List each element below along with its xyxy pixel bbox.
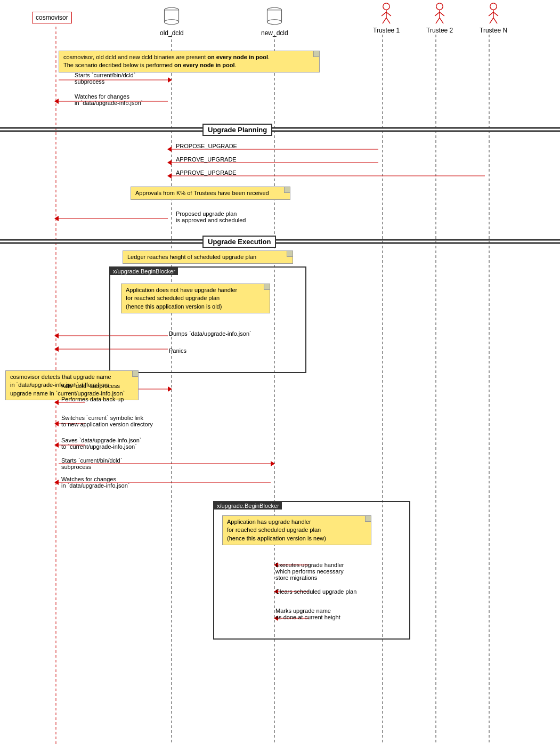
svg-line-16: [436, 18, 440, 23]
svg-line-15: [440, 12, 444, 16]
svg-line-21: [493, 12, 498, 16]
label-performes: Performes data back-up: [61, 396, 124, 402]
svg-point-2: [165, 20, 179, 25]
svg-marker-47: [54, 333, 59, 338]
svg-marker-59: [271, 461, 275, 466]
svg-line-22: [490, 18, 493, 23]
label-kills: Kills `dcld` subprocess: [61, 383, 120, 389]
svg-marker-43: [167, 173, 172, 179]
svg-point-5: [267, 20, 282, 25]
svg-line-8: [382, 12, 386, 16]
label-panics: Panics: [169, 347, 186, 354]
label-starts-subprocess2: Starts `current/bin/dcld` subprocess: [61, 457, 122, 470]
note-ledger-height: Ledger reaches height of scheduled upgra…: [123, 250, 293, 264]
section-upgrade-execution: Upgrade Execution: [202, 236, 276, 248]
frame-beginblocker2-label: x/upgrade.BeginBlocker: [214, 502, 282, 510]
actor-old-dcld-label: old_dcld: [160, 29, 184, 37]
svg-line-23: [493, 18, 497, 23]
svg-marker-37: [54, 99, 59, 104]
svg-point-6: [383, 3, 389, 10]
label-approve-upgrade1: APPROVE_UPGRADE: [176, 156, 237, 163]
label-watches2: Watches for changes in `data/upgrade-inf…: [61, 476, 129, 489]
svg-marker-51: [168, 386, 172, 392]
actor-trustee1-icon: Trustee 1: [373, 3, 400, 34]
svg-line-20: [489, 12, 493, 16]
svg-line-17: [440, 18, 443, 23]
svg-line-11: [386, 18, 390, 23]
svg-line-14: [435, 12, 440, 16]
label-starts-subprocess1: Starts `current/bin/dcld` subprocess: [75, 72, 135, 85]
svg-marker-49: [54, 346, 59, 352]
svg-marker-39: [167, 147, 172, 152]
note-approvals: Approvals from K% of Trustees have been …: [131, 187, 290, 200]
svg-marker-45: [54, 216, 59, 221]
note-has-handler: Application has upgrade handler for reac…: [222, 515, 371, 545]
section-upgrade-planning: Upgrade Planning: [202, 124, 272, 136]
note-no-handler: Application does not have upgrade handle…: [121, 284, 270, 313]
svg-line-9: [386, 12, 391, 16]
actor-trustee1-label: Trustee 1: [373, 27, 400, 34]
label-clears: Clears scheduled upgrade plan: [275, 588, 356, 595]
label-proposed-approved: Proposed upgrade plan is approved and sc…: [176, 211, 246, 223]
actor-trusteeN-label: Trustee N: [480, 27, 507, 34]
svg-marker-41: [167, 160, 172, 165]
actor-trustee2-label: Trustee 2: [426, 27, 453, 34]
diagram: cosmovisor old_dcld new_dcld Trustee 1: [0, 0, 560, 744]
actor-new-dcld-icon: new_dcld: [261, 5, 288, 37]
svg-point-18: [490, 3, 497, 10]
frame-beginblocker1-label: x/upgrade.BeginBlocker: [110, 268, 178, 275]
label-dumps: Dumps `data/upgrade-info.json`: [169, 330, 251, 337]
svg-marker-57: [54, 442, 59, 448]
actor-cosmovisor: cosmovisor: [32, 12, 72, 23]
actor-cosmovisor-label: cosmovisor: [36, 14, 68, 21]
actor-old-dcld-icon: old_dcld: [160, 5, 184, 37]
label-executes: Executes upgrade handler which performs …: [275, 562, 344, 581]
label-saves: Saves `data/upgrade-info.json` to `curre…: [61, 437, 141, 450]
actor-new-dcld-label: new_dcld: [261, 29, 288, 37]
svg-marker-55: [54, 421, 59, 426]
label-switches: Switches `current` symbolic link to new …: [61, 415, 153, 427]
svg-point-12: [436, 3, 443, 10]
label-watches1: Watches for changes in `data/upgrade-inf…: [75, 93, 143, 106]
note-intro: cosmovisor, old dcld and new dcld binari…: [59, 51, 320, 72]
label-propose-upgrade: PROPOSE_UPGRADE: [176, 143, 237, 149]
actor-trusteeN-icon: Trustee N: [480, 3, 507, 34]
label-approve-upgrade2: APPROVE_UPGRADE: [176, 169, 237, 176]
actor-trustee2-icon: Trustee 2: [426, 3, 453, 34]
frame-beginblocker2: x/upgrade.BeginBlocker Application has u…: [213, 501, 410, 640]
svg-line-10: [383, 18, 386, 23]
label-marks: Marks upgrade name as done at current he…: [275, 608, 340, 620]
svg-marker-53: [54, 400, 59, 405]
frame-beginblocker1: x/upgrade.BeginBlocker Application does …: [109, 266, 306, 373]
svg-marker-61: [54, 480, 59, 485]
svg-marker-35: [168, 77, 172, 83]
